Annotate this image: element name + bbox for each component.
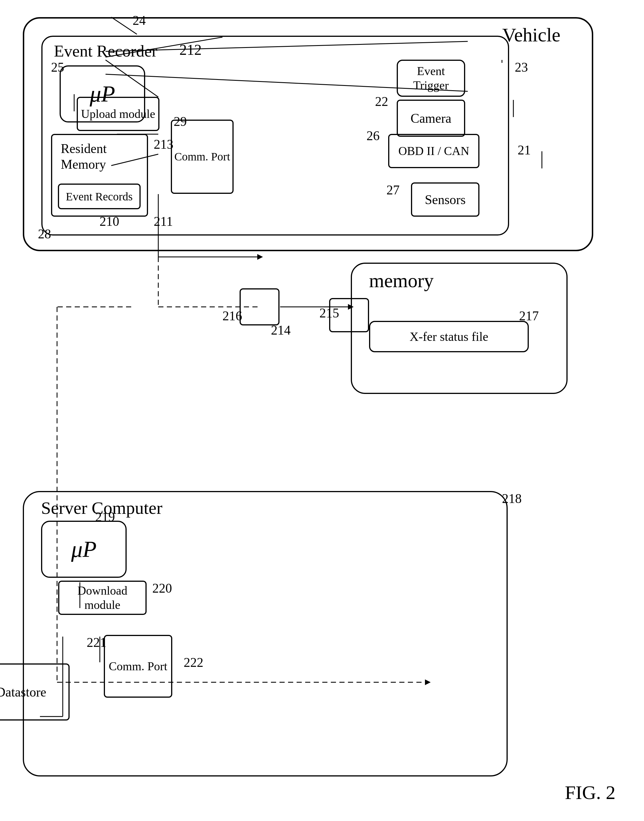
num-24: 24 [133, 13, 146, 28]
sensors-box: Sensors [411, 182, 480, 217]
num-219: 219 [95, 509, 115, 524]
sensors-label: Sensors [425, 192, 465, 207]
event-trigger-box: Event Trigger [397, 60, 465, 97]
comm-port-inner-label: Comm. Port [174, 150, 230, 164]
download-box: Download module [58, 581, 147, 615]
comm-port-inner-box: Comm. Port [171, 120, 234, 194]
num-217: 217 [519, 308, 539, 323]
event-recorder-label: Event Recorder [54, 42, 157, 60]
event-trigger-label: Event Trigger [398, 64, 464, 93]
num-210: 210 [100, 214, 119, 229]
resident-memory-box: Resident Memory 28 Event Records [51, 134, 148, 217]
upload-label: Upload module [81, 107, 155, 121]
camera-label: Camera [410, 111, 451, 126]
vehicle-box: Vehicle Event Recorder 212 25 μP Upload … [23, 17, 593, 251]
num-221: 221 [87, 635, 106, 650]
event-records-label: Event Records [66, 190, 133, 203]
xfer-box: X-fer status file [369, 321, 529, 352]
num-215: 215 [319, 306, 339, 321]
server-up-label: μP [71, 537, 97, 563]
vehicle-label: Vehicle [502, 24, 560, 46]
datastore-label: Datastore [0, 684, 46, 700]
fig-label: FIG. 2 [565, 781, 615, 804]
xfer-label: X-fer status file [409, 329, 488, 344]
event-recorder-box: Event Recorder 212 25 μP Upload module R… [41, 36, 509, 235]
num-21: 21 [518, 143, 531, 158]
num-26: 26 [366, 128, 380, 143]
download-label: Download module [59, 584, 146, 612]
obd-label: OBD II / CAN [399, 144, 469, 158]
num-214: 214 [271, 323, 291, 338]
comm-port-server-box: Comm. Port [104, 635, 172, 698]
diagram-container: Vehicle Event Recorder 212 25 μP Upload … [0, 0, 644, 821]
obd-box: OBD II / CAN [388, 134, 480, 168]
upload-box: Upload module [77, 97, 159, 131]
camera-box: Camera [397, 100, 465, 137]
num-213: 213 [154, 137, 173, 152]
num-27: 27 [386, 182, 400, 198]
num-218: 218 [502, 491, 521, 506]
memory-outer-box: memory X-fer status file [351, 263, 567, 394]
num-28: 28 [38, 226, 51, 241]
num-29: 29 [174, 114, 187, 129]
num-222: 222 [184, 655, 203, 670]
num-216: 216 [222, 308, 242, 323]
resident-memory-label: Resident Memory [61, 141, 147, 172]
event-records-box: Event Records [58, 183, 141, 209]
memory-label: memory [369, 269, 434, 292]
middle-port-box [239, 288, 279, 326]
event-recorder-num-212: 212 [179, 42, 202, 58]
num-22: 22 [375, 94, 388, 109]
comm-port-server-label: Comm. Port [109, 659, 167, 673]
num-220: 220 [152, 581, 172, 596]
server-box: Server Computer μP 219 Download module 2… [23, 491, 508, 776]
server-up-box: μP [41, 521, 127, 578]
svg-marker-11 [257, 254, 263, 260]
num-23: 23 [515, 60, 528, 75]
datastore-box: Datastore [0, 663, 70, 721]
num-211: 211 [154, 214, 173, 229]
